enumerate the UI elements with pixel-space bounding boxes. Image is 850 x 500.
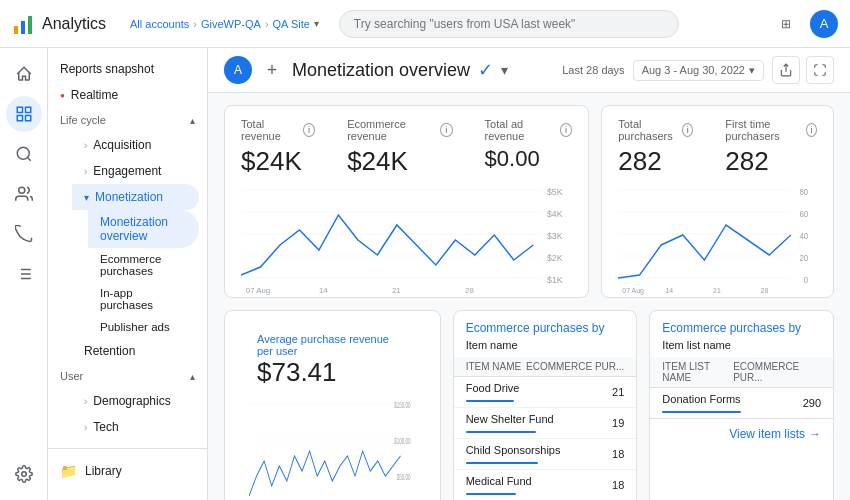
sidebar-section-user[interactable]: User ▴ <box>48 364 207 388</box>
table-row: New Shelter Fund 19 <box>454 408 637 439</box>
breadcrumb-all-accounts[interactable]: All accounts <box>130 18 189 30</box>
mini-bar <box>466 400 514 402</box>
svg-rect-1 <box>21 21 25 34</box>
lifecycle-label: Life cycle <box>60 114 106 126</box>
last-days-label: Last 28 days <box>562 64 624 76</box>
svg-rect-6 <box>25 116 30 121</box>
first-time-purchasers-info-icon[interactable]: i <box>806 123 817 137</box>
retention-label: Retention <box>84 344 135 358</box>
total-purchasers-metric: Total purchasers i 282 <box>618 118 693 185</box>
avatar[interactable]: A <box>810 10 838 38</box>
item-cell: Food Drive <box>466 382 520 402</box>
sidebar-item-acquisition[interactable]: › Acquisition <box>72 132 199 158</box>
total-purchasers-value: 282 <box>618 146 693 177</box>
svg-text:07 Aug: 07 Aug <box>246 286 270 295</box>
table-row: Child Sponsorships 18 <box>454 439 637 470</box>
search-bar <box>339 10 679 38</box>
view-item-lists-link[interactable]: View item lists → <box>650 418 833 449</box>
content-header: A + Monetization overview ✓ ▾ Last 28 da… <box>208 48 850 93</box>
svg-text:$2K: $2K <box>547 253 563 263</box>
monetization-label: Monetization <box>95 190 163 204</box>
main-content: A + Monetization overview ✓ ▾ Last 28 da… <box>208 48 850 500</box>
settings-icon-btn[interactable] <box>6 456 42 492</box>
add-button[interactable]: + <box>260 58 284 82</box>
breadcrumb-sep1: › <box>193 18 197 30</box>
card-purchasers: Total purchasers i 282 First time purcha… <box>601 105 834 298</box>
sidebar-subitem-monetization-overview[interactable]: Monetization overview <box>88 210 199 248</box>
home-icon-btn[interactable] <box>6 56 42 92</box>
sidebar-footer: 📁 Library <box>48 448 207 493</box>
user-avatar-sm: A <box>224 56 252 84</box>
col-list-name: ITEM LIST NAME <box>662 361 733 383</box>
sidebar-item-tech[interactable]: › Tech <box>72 414 199 440</box>
engagement-label: Engagement <box>93 164 161 178</box>
col-ecommerce: ECOMMERCE PUR... <box>526 361 624 372</box>
configure-icon-btn[interactable] <box>6 256 42 292</box>
breadcrumb-sep2: › <box>265 18 269 30</box>
total-revenue-metric: Total revenue i $24K <box>241 118 315 185</box>
breadcrumb-account[interactable]: GiveWP-QA <box>201 18 261 30</box>
ecommerce-revenue-info-icon[interactable]: i <box>440 123 453 137</box>
svg-text:07 Aug: 07 Aug <box>623 286 645 295</box>
sidebar-item-demographics[interactable]: › Demographics <box>72 388 199 414</box>
chevron-right-icon3: › <box>84 396 87 407</box>
demographics-label: Demographics <box>93 394 170 408</box>
reports-icon-btn[interactable] <box>6 96 42 132</box>
breadcrumb-site[interactable]: QA Site <box>273 18 310 30</box>
search-input[interactable] <box>339 10 679 38</box>
item-cell: New Shelter Fund <box>466 413 554 433</box>
ecommerce-by-item-subtitle: Item name <box>454 339 637 357</box>
explore-icon-btn[interactable] <box>6 136 42 172</box>
ecommerce-by-list-title: Ecommerce purchases by <box>650 311 833 339</box>
sidebar-subitem-inapp-purchases[interactable]: In-app purchases <box>88 282 199 316</box>
user-subsection: › Demographics › Tech <box>48 388 207 440</box>
svg-text:21: 21 <box>713 286 721 295</box>
sidebar-item-library[interactable]: 📁 Library <box>48 457 207 485</box>
svg-text:$5K: $5K <box>547 187 563 197</box>
monetization-overview-label: Monetization overview <box>100 215 187 243</box>
avg-purchase-value: $73.41 <box>241 357 424 388</box>
total-purchasers-info-icon[interactable]: i <box>682 123 693 137</box>
mini-bar <box>466 462 538 464</box>
svg-rect-4 <box>25 107 30 112</box>
item-cell: Child Sponsorships <box>466 444 561 464</box>
avg-purchase-label: Average purchase revenue per user <box>241 323 424 357</box>
page-title-chevron-icon[interactable]: ▾ <box>501 62 508 78</box>
svg-text:$50.00: $50.00 <box>397 472 411 482</box>
sidebar-section-lifecycle[interactable]: Life cycle ▴ <box>48 108 207 132</box>
item-table-header: ITEM NAME ECOMMERCE PUR... <box>454 357 637 377</box>
revenue-chart: $5K $4K $3K $2K $1K 07 Aug 14 21 <box>241 185 572 285</box>
first-time-purchasers-label: First time purchasers i <box>725 118 817 142</box>
svg-text:40: 40 <box>800 230 809 241</box>
grid-icon[interactable]: ⊞ <box>770 8 802 40</box>
date-range-picker[interactable]: Aug 3 - Aug 30, 2022 ▾ <box>633 60 764 81</box>
sidebar-item-engagement[interactable]: › Engagement <box>72 158 199 184</box>
inapp-purchases-label: In-app purchases <box>100 287 187 311</box>
chevron-up-icon: ▴ <box>190 115 195 126</box>
sidebar-item-retention[interactable]: Retention <box>72 338 199 364</box>
share-button[interactable] <box>772 56 800 84</box>
breadcrumb: All accounts › GiveWP-QA › QA Site ▾ <box>130 18 319 30</box>
ecommerce-revenue-metric: Ecommerce revenue i $24K <box>347 118 452 185</box>
audience-icon-btn[interactable] <box>6 176 42 212</box>
total-ad-revenue-info-icon[interactable]: i <box>560 123 573 137</box>
sidebar-item-realtime-label: Realtime <box>71 88 118 102</box>
publisher-ads-label: Publisher ads <box>100 321 170 333</box>
svg-text:28: 28 <box>761 286 769 295</box>
sidebar-subitem-ecommerce-purchases[interactable]: Ecommerce purchases <box>88 248 199 282</box>
sidebar-subitem-publisher-ads[interactable]: Publisher ads <box>88 316 199 338</box>
expand-button[interactable] <box>806 56 834 84</box>
svg-text:$3K: $3K <box>547 231 563 241</box>
advertising-icon-btn[interactable] <box>6 216 42 252</box>
total-revenue-info-icon[interactable]: i <box>303 123 315 137</box>
svg-text:60: 60 <box>800 208 809 219</box>
avg-purchase-chart: $150.00 $100.00 $50.00 $0.00 07 Aug 14 2… <box>241 396 424 500</box>
sidebar-item-realtime[interactable]: ● Realtime <box>48 82 199 108</box>
sidebar-item-reports-snapshot[interactable]: Reports snapshot <box>48 56 199 82</box>
collapse-sidebar-button[interactable]: ‹ <box>48 493 207 500</box>
sidebar-item-reports-label: Reports snapshot <box>60 62 154 76</box>
sidebar-item-monetization[interactable]: ▾ Monetization <box>72 184 199 210</box>
bottom-section: Average purchase revenue per user $73.41… <box>208 310 850 500</box>
svg-point-8 <box>18 187 24 193</box>
sidebar-navigation: Reports snapshot ● Realtime Life cycle ▴… <box>48 48 207 448</box>
